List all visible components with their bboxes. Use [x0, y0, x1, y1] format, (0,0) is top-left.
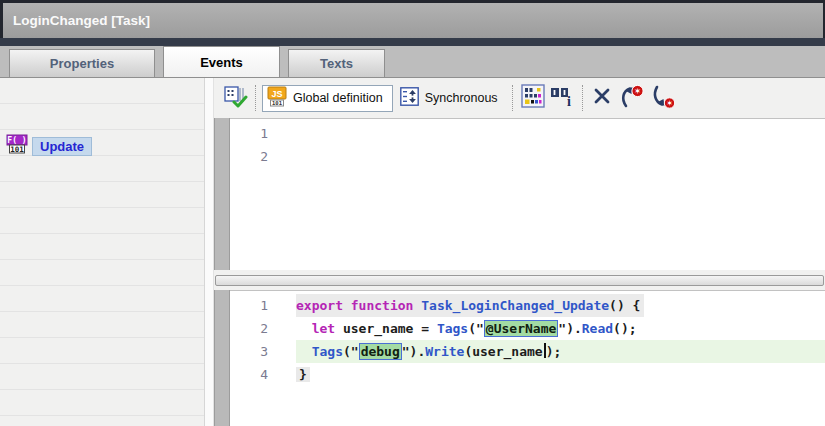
check-syntax-icon — [223, 84, 248, 113]
code-token: } — [296, 367, 310, 382]
tab-strip: Properties Events Texts — [0, 46, 825, 78]
event-code-editor[interactable]: 1export function Task_LoginChanged_Updat… — [230, 290, 825, 426]
line-number: 2 — [230, 145, 274, 168]
code-token: (user_name — [464, 344, 542, 359]
insert-symbol-button[interactable] — [521, 84, 545, 112]
code-line[interactable]: 1export function Task_LoginChanged_Updat… — [230, 294, 825, 317]
code-token: export — [296, 298, 343, 313]
global-definition-editor-row: 12 — [214, 118, 825, 270]
editor-splitter-row — [214, 270, 825, 290]
code-token: let — [312, 321, 335, 336]
delete-button[interactable] — [591, 85, 613, 111]
synchronous-button[interactable]: Synchronous — [400, 87, 498, 109]
content-area: F( ) 101 Update — [0, 78, 825, 426]
editor-gutter — [214, 290, 230, 426]
symbol-grid-icon — [521, 84, 545, 112]
code-token: (" — [343, 344, 359, 359]
svg-text:101: 101 — [10, 145, 24, 154]
code-token: (); — [613, 321, 636, 336]
svg-text:✶: ✶ — [666, 98, 673, 107]
block-info-icon: i — [549, 84, 575, 112]
window-title: LoginChanged [Task] — [13, 13, 150, 28]
properties-window: LoginChanged [Task] Properties Events Te… — [0, 0, 825, 426]
svg-text:i: i — [567, 94, 571, 108]
code-token — [296, 321, 312, 336]
tag-reference: @UserName — [484, 320, 558, 337]
code-text: export function Task_LoginChanged_Update… — [296, 294, 644, 317]
line-number: 3 — [230, 340, 274, 363]
code-token: Tags — [312, 344, 343, 359]
event-code-editor-row: 1export function Task_LoginChanged_Updat… — [214, 290, 825, 426]
global-definition-label: Global definition — [293, 91, 383, 105]
line-number: 4 — [230, 363, 274, 386]
toolbar-separator — [512, 85, 514, 111]
code-token: Task_LoginChanged_Update — [421, 298, 609, 313]
code-line[interactable]: 1 — [230, 122, 825, 145]
tag-reference: debug — [359, 343, 402, 360]
script-editor-panel: JS 101 Global definition — [214, 78, 825, 426]
code-token — [296, 344, 312, 359]
code-token: function — [351, 298, 414, 313]
code-token: Tags — [437, 321, 468, 336]
tab-texts[interactable]: Texts — [288, 49, 385, 77]
code-token: Write — [425, 344, 464, 359]
line-number: 1 — [230, 294, 274, 317]
code-token — [343, 298, 351, 313]
code-line[interactable]: 2 let user_name = Tags("@UserName").Read… — [230, 317, 825, 340]
event-list-sidebar: F( ) 101 Update — [0, 78, 205, 426]
global-definition-button[interactable]: JS 101 Global definition — [262, 85, 393, 112]
line-number: 2 — [230, 317, 274, 340]
sync-arrows-icon — [400, 87, 419, 109]
code-token: "). — [558, 321, 581, 336]
curved-arrow-down-icon: ✶ — [649, 84, 677, 113]
curved-arrow-up-icon: ✶ — [617, 84, 645, 113]
code-token: () { — [609, 298, 640, 313]
block-info-button[interactable]: i — [549, 84, 575, 112]
code-line[interactable]: 2 — [230, 145, 825, 168]
script-editors: 12 1export function Task_LoginChanged_Up… — [214, 118, 825, 426]
svg-text:F( ): F( ) — [7, 136, 26, 145]
check-syntax-button[interactable] — [223, 84, 248, 113]
code-text: let user_name = Tags("@UserName").Read()… — [296, 317, 637, 340]
editor-toolbar: JS 101 Global definition — [214, 78, 825, 118]
svg-text:101: 101 — [272, 100, 283, 106]
cross-reference-up-button[interactable]: ✶ — [617, 84, 645, 113]
svg-text:✶: ✶ — [634, 86, 641, 96]
code-token: "). — [402, 344, 425, 359]
code-line[interactable]: 3 Tags("debug").Write(user_name); — [230, 340, 825, 363]
titlebar-separator — [0, 38, 825, 46]
tab-properties[interactable]: Properties — [9, 49, 155, 77]
window-titlebar: LoginChanged [Task] — [0, 0, 825, 38]
js-script-icon: JS 101 — [267, 86, 287, 110]
code-token: user_name = — [335, 321, 437, 336]
code-text: } — [296, 363, 310, 386]
synchronous-label: Synchronous — [425, 91, 498, 105]
editor-splitter-handle[interactable] — [215, 275, 824, 286]
line-number: 1 — [230, 122, 274, 145]
svg-text:JS: JS — [271, 89, 282, 99]
sidebar-item-update[interactable]: F( ) 101 Update — [6, 134, 92, 158]
tab-events[interactable]: Events — [163, 46, 280, 77]
editor-gutter — [214, 118, 230, 270]
cross-reference-down-button[interactable]: ✶ — [649, 84, 677, 113]
sidebar-splitter[interactable] — [205, 78, 214, 426]
toolbar-separator — [255, 85, 257, 111]
code-token: ); — [546, 344, 562, 359]
toolbar-separator — [582, 85, 584, 111]
script-function-icon: F( ) 101 — [6, 134, 28, 158]
code-line[interactable]: 4} — [230, 363, 825, 386]
delete-x-icon — [591, 85, 613, 111]
code-text: Tags("debug").Write(user_name); — [296, 340, 825, 363]
code-token: Read — [582, 321, 613, 336]
sidebar-item-label: Update — [32, 137, 92, 156]
global-definition-code-editor[interactable]: 12 — [230, 118, 825, 270]
code-token: (" — [468, 321, 484, 336]
